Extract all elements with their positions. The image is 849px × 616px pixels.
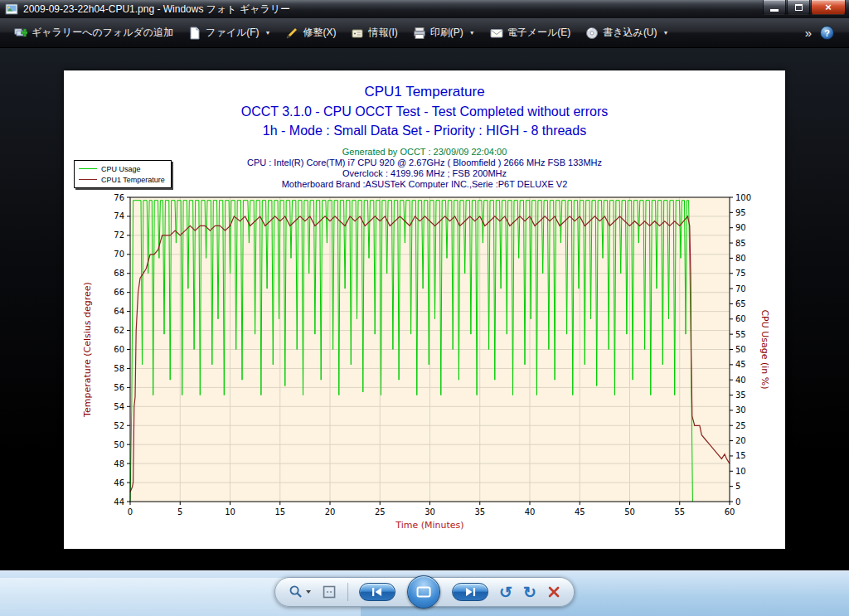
toolbar-overflow-button[interactable]: » [798,26,818,40]
svg-text:48: 48 [114,459,124,468]
photo-image: CPU1 Temperature OCCT 3.1.0 - CPU OCCT T… [64,70,785,549]
svg-text:0: 0 [128,507,133,517]
zoom-button[interactable] [289,584,311,599]
svg-text:40: 40 [525,507,536,517]
toolbar-item-file[interactable]: ファイル(F) ▼ [181,22,278,44]
svg-text:60: 60 [735,314,746,323]
chart-meta-motherboard: Motherboard Brand :ASUSTeK Computer INC.… [64,179,785,189]
svg-text:85: 85 [735,239,746,248]
next-icon [463,587,477,597]
svg-text:Time (Minutes): Time (Minutes) [395,520,463,531]
close-icon: × [825,1,832,13]
toolbar-item-burn[interactable]: 書き込み(U) ▼ [578,22,676,44]
legend-label: CPU1 Temperature [101,176,165,184]
svg-text:100: 100 [735,193,751,202]
titlebar: 2009-09-23-22h04-CPU1.png - Windows フォト … [0,0,849,18]
cpu1-temperature-line-swatch [79,179,97,180]
slideshow-button[interactable] [407,575,440,609]
zoom-dropdown-arrow-icon [306,590,311,594]
svg-text:15: 15 [735,451,746,460]
svg-text:56: 56 [114,383,124,392]
app-icon [5,2,18,16]
close-button[interactable]: × [811,0,846,15]
delete-button[interactable] [547,585,560,599]
svg-text:5: 5 [735,482,740,491]
file-icon [188,27,201,40]
svg-text:76: 76 [114,193,124,202]
rotate-ccw-button[interactable]: ↺ [499,584,512,600]
actual-size-button[interactable] [322,584,337,599]
svg-text:80: 80 [735,254,746,263]
print-icon [413,27,426,40]
help-button[interactable]: ? [820,26,834,40]
svg-text:58: 58 [114,364,124,373]
svg-text:72: 72 [114,230,124,240]
photo-viewer-area: CPU1 Temperature OCCT 3.1.0 - CPU OCCT T… [0,48,849,570]
legend-item-cpu-usage: CPU Usage [79,163,165,174]
svg-text:95: 95 [735,208,746,217]
svg-text:10: 10 [225,507,235,517]
toolbar-item-label: 修整(X) [303,26,336,40]
toolbar-item-label: 情報(I) [368,26,397,40]
svg-text:55: 55 [735,330,746,339]
info-icon [351,27,364,40]
svg-text:64: 64 [114,307,124,316]
chart-meta-cpu: CPU : Intel(R) Core(TM) i7 CPU 920 @ 2.6… [64,158,785,167]
desktop-background: ↺ ↻ [0,570,849,616]
svg-text:50: 50 [114,440,124,449]
cpu-usage-line-swatch [79,168,97,169]
next-button[interactable] [452,583,488,601]
svg-text:60: 60 [725,507,735,517]
svg-text:50: 50 [624,507,635,517]
svg-text:66: 66 [114,288,124,297]
svg-text:20: 20 [735,436,746,445]
svg-text:20: 20 [325,507,336,517]
legend-item-cpu1-temperature: CPU1 Temperature [79,174,165,185]
maximize-icon [795,4,803,11]
svg-text:54: 54 [114,402,124,411]
dropdown-arrow-icon: ▼ [469,30,475,36]
previous-icon [371,587,384,597]
delete-icon [547,585,560,599]
burn-icon [585,27,599,40]
rotate-cw-button[interactable]: ↻ [523,584,536,600]
svg-text:68: 68 [114,269,124,278]
fix-icon [285,27,298,40]
toolbar-item-label: ファイル(F) [206,26,259,40]
controls-divider [347,583,348,601]
email-icon [490,27,503,40]
dropdown-arrow-icon: ▼ [663,30,669,36]
toolbar-item-add-folder[interactable]: ギャラリーへのフォルダの追加 [7,22,181,44]
toolbar-item-email[interactable]: 電子メール(E) [483,22,579,44]
svg-text:30: 30 [424,507,435,517]
actual-size-icon [322,584,337,599]
svg-text:75: 75 [735,269,746,278]
svg-text:10: 10 [735,467,746,476]
chart-plot: 4446485052545658606264666870727476051015… [64,192,785,543]
maximize-button[interactable] [787,0,810,15]
svg-text:CPU Usage (in %): CPU Usage (in %) [759,309,770,389]
toolbar-item-info[interactable]: 情報(I) [343,22,405,44]
toolbar-item-print[interactable]: 印刷(P) ▼ [405,22,483,44]
svg-text:30: 30 [735,405,746,415]
chart-subtitle2: 1h - Mode : Small Data Set - Priority : … [64,124,785,138]
svg-text:Temperature (Celsius degree): Temperature (Celsius degree) [82,282,93,418]
svg-text:70: 70 [735,284,746,293]
toolbar-item-label: 書き込み(U) [603,26,657,40]
svg-text:65: 65 [735,299,746,308]
minimize-button[interactable] [763,0,786,15]
svg-text:90: 90 [735,223,746,232]
add-folder-icon [14,27,27,40]
previous-button[interactable] [359,583,395,601]
svg-text:52: 52 [114,421,124,430]
svg-text:44: 44 [114,497,124,507]
toolbar-item-fix[interactable]: 修整(X) [278,22,343,44]
svg-text:35: 35 [735,390,746,400]
svg-text:70: 70 [114,250,124,259]
svg-text:15: 15 [274,507,285,517]
legend-label: CPU Usage [101,165,141,173]
svg-text:60: 60 [114,345,124,354]
magnifier-icon [289,584,303,599]
toolbar-item-label: 印刷(P) [430,26,463,40]
svg-text:45: 45 [735,360,746,369]
